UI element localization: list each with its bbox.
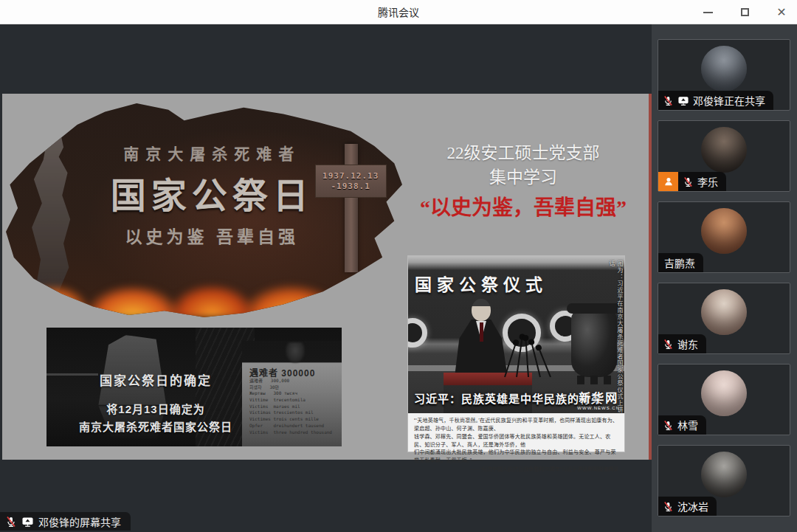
- minimize-icon[interactable]: [698, 3, 717, 22]
- left-photo-line1: 将12月13日确定为: [60, 401, 252, 416]
- participant-name: 李乐: [697, 174, 718, 189]
- participant-tile[interactable]: 吉鹏焘: [658, 201, 790, 273]
- quote-line2: 钱学森、邓稼先、同盟会、爱国华侨团体等大批民族英雄和英雄团体。无论工人、农民、知…: [414, 433, 618, 449]
- microphones-graphic: [497, 333, 563, 377]
- xinhua-logo: 新华网 WWW.NEWS.CN: [577, 388, 620, 410]
- mic-muted-icon: [663, 420, 674, 431]
- window-title: 腾讯会议: [378, 4, 419, 19]
- share-badge-text: 邓俊锋的屏幕共享: [38, 514, 121, 529]
- cross-monument: 1937.12.13 -1938.1: [315, 144, 387, 272]
- memorial-day-photo: 国家公祭日的确定 将12月13日确定为 南京大屠杀死难者国家公祭日 遇难者 30…: [46, 328, 342, 446]
- mic-muted-icon: [5, 516, 17, 528]
- heading-line2: 集中学习: [407, 165, 640, 190]
- banner-line1: 南京大屠杀死难者: [89, 142, 335, 164]
- ceremony-caption: 习近平：民族英雄是中华民族的脊梁: [414, 390, 603, 406]
- participant-tile[interactable]: 邓俊锋正在共享: [658, 39, 790, 111]
- monument-date1: 1937.12.13: [322, 171, 379, 182]
- wreath-graphic: [408, 318, 427, 348]
- mic-muted-icon: [663, 95, 674, 106]
- slide-heading: 22级安工硕士党支部 集中学习 “以史为鉴，吾辈自强”: [407, 141, 640, 221]
- participant-name: 林雪: [677, 418, 698, 432]
- victims-wall-rows: 遇难者 300,000 희생자 30만 Жертвы 300 тысяч Vit…: [249, 378, 332, 435]
- banner-title: 国家公祭日: [89, 167, 335, 218]
- maximize-icon[interactable]: [735, 3, 754, 22]
- avatar: [701, 289, 747, 335]
- victims-wall-title: 遇难者 300000: [249, 366, 315, 379]
- shared-screen-area: 南京大屠杀死难者 国家公祭日 以史为鉴 吾辈自强 1937.12.13 -193…: [0, 24, 652, 532]
- mic-muted-icon: [663, 501, 674, 512]
- screen-share-badge: 邓俊锋的屏幕共享: [0, 512, 131, 531]
- window-controls: ✕: [698, 0, 791, 24]
- titlebar: 腾讯会议 ✕: [0, 0, 797, 24]
- left-photo-title: 国家公祭日的确定: [60, 370, 252, 389]
- quote-attribution: ——“纪念中国人民抗日战争胜利70周年”习近平讲话新闻报道摘录: [414, 465, 618, 474]
- participant-tile[interactable]: 李乐: [658, 120, 790, 192]
- host-badge-icon: [658, 172, 678, 191]
- mic-muted-icon: [683, 176, 694, 187]
- participant-name: 吉鹏焘: [664, 255, 695, 270]
- avatar: [701, 370, 747, 416]
- participant-name: 谢东: [677, 336, 698, 351]
- avatar: [701, 127, 747, 173]
- left-photo-line2: 南京大屠杀死难者国家公祭日: [60, 418, 252, 434]
- participant-tile[interactable]: 林雪: [658, 364, 790, 435]
- participant-name: 邓俊锋正在共享: [693, 93, 765, 108]
- tree-graphic: [286, 342, 305, 363]
- heading-quote: “以史为鉴，吾辈自强”: [407, 196, 640, 221]
- ceremony-photo: 国家公祭仪式 图为：习近平在南京大屠杀死难者国家公祭仪式上讲话 习近平：民族英雄…: [408, 256, 624, 452]
- avatar: [701, 452, 747, 497]
- memorial-banner-image: 南京大屠杀死难者 国家公祭日 以史为鉴 吾辈自强 1937.12.13 -193…: [6, 103, 402, 317]
- monument-date2: -1938.1: [331, 182, 370, 192]
- presentation-slide: 南京大屠杀死难者 国家公祭日 以史为鉴 吾辈自强 1937.12.13 -193…: [2, 94, 649, 460]
- avatar: [701, 46, 747, 91]
- xi-quote-strip: “‘天地英雄气，千秋尚凛然。’在近代民族复兴的和平变革时期，也同样涌现出如康有为…: [408, 413, 624, 452]
- victims-wall-photo: 遇难者 300000 遇难者 300,000 희생자 30만 Жертвы 30…: [242, 341, 342, 446]
- participant-name: 沈冰岩: [677, 499, 708, 514]
- heading-line1: 22级安工硕士党支部: [407, 141, 640, 165]
- screen-share-icon: [21, 516, 34, 528]
- screen-share-icon: [677, 95, 689, 106]
- participant-tile[interactable]: 谢东: [658, 283, 790, 354]
- quote-line1: “‘天地英雄气，千秋尚凛然。’在近代民族复兴的和平变革时期，也同样涌现出如康有为…: [414, 417, 618, 433]
- banner-line3: 以史为鉴 吾辈自强: [89, 223, 335, 248]
- mic-muted-icon: [663, 339, 674, 350]
- ceremony-title: 国家公祭仪式: [415, 271, 548, 296]
- participants-sidebar[interactable]: 邓俊锋正在共享 李乐 吉鹏焘: [652, 24, 797, 532]
- quote-line3: 们中间都涌现出大批民族英雄，他们为中华民族的独立与自由、利益与安全、尊严与荣誉无…: [414, 449, 618, 465]
- avatar: [701, 208, 747, 254]
- close-icon[interactable]: ✕: [772, 3, 791, 22]
- participant-tile[interactable]: 沈冰岩: [658, 445, 790, 517]
